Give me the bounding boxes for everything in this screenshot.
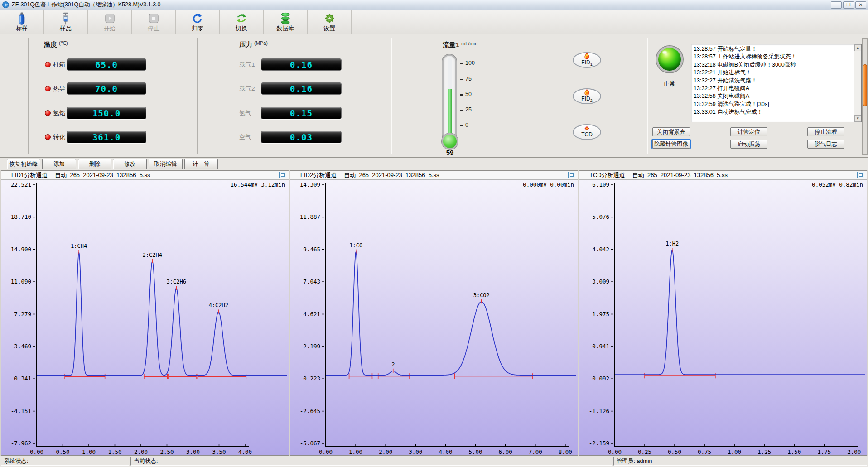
chart-maximize-button[interactable] <box>568 172 575 178</box>
svg-text:1:CO: 1:CO <box>349 242 362 249</box>
calculate-button[interactable]: 计 算 <box>184 159 218 169</box>
toolbar-button-database[interactable]: 数据库 <box>264 10 308 34</box>
toolbar-button-zero[interactable]: 归零 <box>176 10 220 34</box>
detector-label: FID2 <box>581 96 592 103</box>
svg-text:11.887: 11.887 <box>300 213 320 220</box>
chart-channel-title: FID1分析通道 <box>11 171 48 179</box>
log-scrollbar[interactable]: ▲ ▼ <box>854 44 861 122</box>
gauge-tick <box>460 125 463 126</box>
log-line: 13:33:01 自动进标气完成！ <box>694 108 851 116</box>
svg-text:3.00: 3.00 <box>409 448 422 455</box>
column-oven-temp-display: 65.0 <box>67 58 146 71</box>
svg-text:11.090: 11.090 <box>11 278 31 285</box>
svg-text:0.00: 0.00 <box>608 448 622 455</box>
gas-cylinder-icon <box>17 12 27 25</box>
svg-text:9.465: 9.465 <box>303 246 320 253</box>
maximize-button[interactable]: ❐ <box>843 1 854 9</box>
svg-text:3.00: 3.00 <box>186 448 200 455</box>
temp-row-label: 柱箱 <box>53 61 65 69</box>
pressure-row-label: 载气2 <box>239 85 255 93</box>
fid2-indicator[interactable]: FID2 <box>573 88 601 104</box>
svg-text:4.042: 4.042 <box>592 246 609 253</box>
chart-panel-tcd: TCD分析通道 自动_265_2021-09-23_132856_5.ss 0.… <box>579 170 867 456</box>
restore-initial-peaks-button[interactable]: 恢复初始峰 <box>7 159 40 169</box>
chart-maximize-button[interactable] <box>279 172 286 178</box>
toolbar-button-settings[interactable]: 设置 <box>308 10 352 34</box>
delete-peak-button[interactable]: 删除 <box>78 159 111 169</box>
scroll-up-icon[interactable]: ▲ <box>854 44 861 51</box>
admin-cell: 管理员: admin <box>613 457 867 466</box>
switch-arrows-icon <box>236 12 247 25</box>
tcd-chromatogram-plot[interactable]: 0.052mV 0.82min 6.1095.0764.0423.0091.97… <box>579 180 867 455</box>
temp-row-label: 氢焰 <box>53 109 65 117</box>
needle-position-button[interactable]: 针管定位 <box>730 127 767 136</box>
svg-text:4:C2H2: 4:C2H2 <box>209 302 228 308</box>
svg-text:2.199: 2.199 <box>303 343 320 350</box>
svg-text:3.009: 3.009 <box>592 278 609 285</box>
toolbar-button-standard-sample[interactable]: 标样 <box>0 10 44 34</box>
fid2-chromatogram-plot[interactable]: 0.000mV 0.00min 14.30911.8879.4657.0434.… <box>290 180 578 455</box>
system-status-light-label: 正常 <box>655 80 685 88</box>
svg-text:7.043: 7.043 <box>303 278 320 285</box>
fid1-chromatogram-plot[interactable]: 16.544mV 3.12min 22.52118.71014.90011.09… <box>1 180 289 455</box>
zero-reset-icon <box>192 12 203 25</box>
right-edge-scrollbar-thumb[interactable] <box>863 64 867 106</box>
temp-row-label: 转化 <box>53 133 65 141</box>
cancel-edit-button[interactable]: 取消编辑 <box>149 159 183 169</box>
fid1-indicator[interactable]: FID1 <box>573 52 601 68</box>
chart-maximize-button[interactable] <box>857 172 864 178</box>
temp-row-label: 热导 <box>53 85 65 93</box>
close-backlight-button[interactable]: 关闭背景光 <box>652 127 690 136</box>
minimize-button[interactable]: – <box>831 1 842 9</box>
gauge-tick-label: 0 <box>465 122 468 128</box>
gauge-tick <box>460 110 463 111</box>
divider <box>647 38 648 154</box>
toolbar-button-sample[interactable]: 样品 <box>44 10 88 34</box>
chromatogram-area: FID1分析通道 自动_265_2021-09-23_132856_5.ss 1… <box>0 170 868 456</box>
hide-needle-image-button[interactable]: 隐藏针管图像 <box>652 140 690 149</box>
scroll-down-icon[interactable]: ▼ <box>854 115 861 122</box>
tcd-temp-led <box>45 86 51 91</box>
svg-text:1.00: 1.00 <box>728 448 741 455</box>
degas-log-button[interactable]: 脱气日志 <box>807 140 844 149</box>
log-line: 13:32:58 关闭电磁阀A <box>694 92 851 100</box>
chart-panel-fid2: FID2分析通道 自动_265_2021-09-23_132856_5.ss 0… <box>290 170 578 456</box>
svg-text:3.469: 3.469 <box>14 343 31 350</box>
svg-text:1.50: 1.50 <box>108 448 121 455</box>
chart-file-name: 自动_265_2021-09-23_132856_5.ss <box>344 171 439 179</box>
svg-text:4.621: 4.621 <box>303 311 320 318</box>
svg-text:14.900: 14.900 <box>11 246 31 253</box>
pressure-row-label: 空气 <box>239 133 251 141</box>
start-oscillation-button[interactable]: 启动振荡 <box>730 140 767 149</box>
log-line: 13:32:21 开始进标气！ <box>694 69 851 77</box>
svg-text:0.00: 0.00 <box>30 448 43 455</box>
close-button[interactable]: ✕ <box>855 1 866 9</box>
toolbar-button-label: 数据库 <box>277 25 294 32</box>
svg-text:-1.126: -1.126 <box>589 408 609 414</box>
event-log[interactable]: 13:28:57 开始标气定量！13:28:57 工作站进入标样预备采集状态！1… <box>691 44 862 122</box>
log-line: 13:28:57 开始标气定量！ <box>694 45 851 53</box>
gear-icon <box>324 12 335 25</box>
toolbar-button-label: 标样 <box>16 25 28 32</box>
svg-text:1.00: 1.00 <box>349 448 362 455</box>
flame-icon <box>584 89 589 96</box>
svg-text:1.975: 1.975 <box>592 311 609 318</box>
toolbar-button-switch[interactable]: 切换 <box>220 10 264 34</box>
chart-panel-fid1: FID1分析通道 自动_265_2021-09-23_132856_5.ss 1… <box>1 170 289 456</box>
add-peak-button[interactable]: 添加 <box>42 159 76 169</box>
svg-text:-2.159: -2.159 <box>589 440 609 447</box>
pressure-row-label: 氢气 <box>239 109 251 117</box>
fid-temp-led <box>45 110 51 116</box>
tcd-indicator[interactable]: TCD <box>573 124 601 140</box>
svg-text:0.941: 0.941 <box>592 343 609 350</box>
modify-peak-button[interactable]: 修改 <box>113 159 147 169</box>
toolbar-button-start[interactable]: 开始 <box>88 10 132 34</box>
converter-temp-display: 361.0 <box>67 131 146 143</box>
log-line: 13:32:27 打开电磁阀A <box>694 85 851 92</box>
svg-text:-5.067: -5.067 <box>300 440 320 447</box>
stop-flow-button[interactable]: 停止流程 <box>807 127 844 136</box>
toolbar-button-label: 归零 <box>192 25 203 32</box>
toolbar-button-stop[interactable]: 停止 <box>132 10 176 34</box>
svg-text:1:H2: 1:H2 <box>665 241 679 247</box>
pressure-row-label: 载气1 <box>239 61 255 69</box>
